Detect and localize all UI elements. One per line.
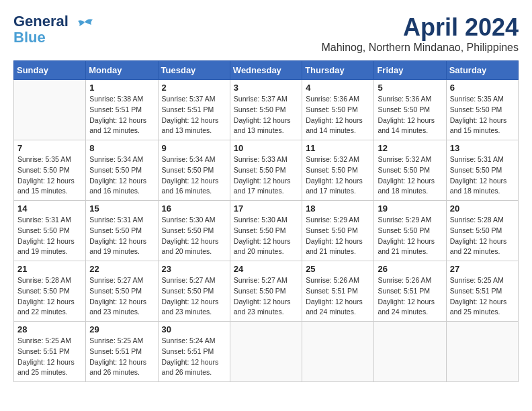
day-info: Sunrise: 5:26 AMSunset: 5:51 PMDaylight:…: [306, 275, 370, 318]
day-number: 3: [234, 83, 298, 93]
day-info: Sunrise: 5:27 AMSunset: 5:50 PMDaylight:…: [234, 275, 298, 318]
day-info: Sunrise: 5:34 AMSunset: 5:50 PMDaylight:…: [162, 154, 226, 197]
bird-icon: [73, 17, 97, 36]
calendar-cell: [446, 322, 518, 382]
calendar-cell: 20Sunrise: 5:28 AMSunset: 5:50 PMDayligh…: [446, 201, 518, 261]
week-row: 14Sunrise: 5:31 AMSunset: 5:50 PMDayligh…: [14, 201, 519, 261]
day-number: 11: [306, 143, 370, 153]
day-info: Sunrise: 5:25 AMSunset: 5:51 PMDaylight:…: [89, 336, 154, 378]
calendar-cell: 17Sunrise: 5:30 AMSunset: 5:50 PMDayligh…: [230, 201, 302, 261]
calendar-cell: 7Sunrise: 5:35 AMSunset: 5:50 PMDaylight…: [14, 140, 86, 201]
day-number: 23: [162, 264, 226, 274]
calendar-cell: [374, 322, 446, 382]
calendar-cell: [230, 322, 302, 382]
day-info: Sunrise: 5:37 AMSunset: 5:50 PMDaylight:…: [234, 94, 298, 136]
calendar-cell: 30Sunrise: 5:24 AMSunset: 5:51 PMDayligh…: [158, 322, 230, 382]
week-row: 7Sunrise: 5:35 AMSunset: 5:50 PMDaylight…: [14, 140, 519, 201]
day-number: 28: [17, 324, 82, 334]
calendar-cell: 18Sunrise: 5:29 AMSunset: 5:50 PMDayligh…: [302, 201, 374, 261]
day-info: Sunrise: 5:30 AMSunset: 5:50 PMDaylight:…: [234, 215, 298, 257]
day-header-friday: Friday: [374, 61, 446, 80]
calendar-cell: 19Sunrise: 5:29 AMSunset: 5:50 PMDayligh…: [374, 201, 446, 261]
day-info: Sunrise: 5:36 AMSunset: 5:50 PMDaylight:…: [378, 94, 442, 136]
day-number: 5: [378, 83, 442, 93]
day-info: Sunrise: 5:27 AMSunset: 5:50 PMDaylight:…: [89, 275, 154, 318]
page-header: General Blue April 2024 Mahinog, Norther…: [13, 13, 519, 54]
day-info: Sunrise: 5:36 AMSunset: 5:50 PMDaylight:…: [306, 94, 370, 136]
day-info: Sunrise: 5:38 AMSunset: 5:51 PMDaylight:…: [89, 94, 154, 136]
day-info: Sunrise: 5:31 AMSunset: 5:50 PMDaylight:…: [17, 215, 82, 257]
day-info: Sunrise: 5:31 AMSunset: 5:50 PMDaylight:…: [89, 215, 154, 257]
month-year-title: April 2024: [321, 13, 519, 42]
day-number: 29: [89, 324, 154, 334]
day-number: 19: [378, 203, 442, 214]
calendar-cell: 6Sunrise: 5:35 AMSunset: 5:50 PMDaylight…: [446, 80, 518, 140]
calendar-cell: 14Sunrise: 5:31 AMSunset: 5:50 PMDayligh…: [14, 201, 86, 261]
calendar-cell: 21Sunrise: 5:28 AMSunset: 5:50 PMDayligh…: [14, 261, 86, 322]
calendar-cell: 8Sunrise: 5:34 AMSunset: 5:50 PMDaylight…: [86, 140, 158, 201]
calendar-cell: 13Sunrise: 5:31 AMSunset: 5:50 PMDayligh…: [446, 140, 518, 201]
day-info: Sunrise: 5:27 AMSunset: 5:50 PMDaylight:…: [162, 275, 226, 318]
day-info: Sunrise: 5:33 AMSunset: 5:50 PMDaylight:…: [234, 154, 298, 197]
day-number: 8: [89, 143, 154, 153]
day-info: Sunrise: 5:24 AMSunset: 5:51 PMDaylight:…: [162, 336, 226, 378]
day-info: Sunrise: 5:35 AMSunset: 5:50 PMDaylight:…: [17, 154, 82, 197]
calendar-cell: 10Sunrise: 5:33 AMSunset: 5:50 PMDayligh…: [230, 140, 302, 201]
day-info: Sunrise: 5:26 AMSunset: 5:51 PMDaylight:…: [378, 275, 442, 318]
calendar-cell: 4Sunrise: 5:36 AMSunset: 5:50 PMDaylight…: [302, 80, 374, 140]
calendar-cell: 27Sunrise: 5:25 AMSunset: 5:51 PMDayligh…: [446, 261, 518, 322]
calendar-table: SundayMondayTuesdayWednesdayThursdayFrid…: [13, 60, 519, 382]
day-number: 6: [450, 83, 515, 93]
day-info: Sunrise: 5:25 AMSunset: 5:51 PMDaylight:…: [450, 275, 515, 318]
day-header-sunday: Sunday: [14, 61, 86, 80]
calendar-header: SundayMondayTuesdayWednesdayThursdayFrid…: [14, 61, 519, 80]
week-row: 1Sunrise: 5:38 AMSunset: 5:51 PMDaylight…: [14, 80, 519, 140]
calendar-cell: 9Sunrise: 5:34 AMSunset: 5:50 PMDaylight…: [158, 140, 230, 201]
calendar-cell: 16Sunrise: 5:30 AMSunset: 5:50 PMDayligh…: [158, 201, 230, 261]
day-number: 26: [378, 264, 442, 274]
day-info: Sunrise: 5:29 AMSunset: 5:50 PMDaylight:…: [378, 215, 442, 257]
calendar-cell: [14, 80, 86, 140]
calendar-cell: 22Sunrise: 5:27 AMSunset: 5:50 PMDayligh…: [86, 261, 158, 322]
day-number: 2: [162, 83, 226, 93]
title-section: April 2024 Mahinog, Northern Mindanao, P…: [321, 13, 519, 54]
calendar-cell: 24Sunrise: 5:27 AMSunset: 5:50 PMDayligh…: [230, 261, 302, 322]
day-info: Sunrise: 5:30 AMSunset: 5:50 PMDaylight:…: [162, 215, 226, 257]
day-info: Sunrise: 5:25 AMSunset: 5:51 PMDaylight:…: [17, 336, 82, 378]
day-number: 20: [450, 203, 515, 214]
day-number: 18: [306, 203, 370, 214]
day-number: 22: [89, 264, 154, 274]
location-subtitle: Mahinog, Northern Mindanao, Philippines: [321, 42, 519, 54]
calendar-cell: 11Sunrise: 5:32 AMSunset: 5:50 PMDayligh…: [302, 140, 374, 201]
day-header-wednesday: Wednesday: [230, 61, 302, 80]
calendar-cell: 12Sunrise: 5:32 AMSunset: 5:50 PMDayligh…: [374, 140, 446, 201]
day-info: Sunrise: 5:37 AMSunset: 5:51 PMDaylight:…: [162, 94, 226, 136]
day-info: Sunrise: 5:35 AMSunset: 5:50 PMDaylight:…: [450, 94, 515, 136]
day-number: 4: [306, 83, 370, 93]
day-number: 30: [162, 324, 226, 334]
day-number: 9: [162, 143, 226, 153]
day-number: 13: [450, 143, 515, 153]
calendar-cell: [302, 322, 374, 382]
logo: General Blue: [13, 13, 97, 46]
calendar-cell: 25Sunrise: 5:26 AMSunset: 5:51 PMDayligh…: [302, 261, 374, 322]
day-number: 25: [306, 264, 370, 274]
calendar-cell: 15Sunrise: 5:31 AMSunset: 5:50 PMDayligh…: [86, 201, 158, 261]
day-info: Sunrise: 5:28 AMSunset: 5:50 PMDaylight:…: [17, 275, 82, 318]
day-number: 16: [162, 203, 226, 214]
day-header-thursday: Thursday: [302, 61, 374, 80]
day-number: 12: [378, 143, 442, 153]
day-number: 24: [234, 264, 298, 274]
day-number: 15: [89, 203, 154, 214]
day-header-monday: Monday: [86, 61, 158, 80]
calendar-cell: 29Sunrise: 5:25 AMSunset: 5:51 PMDayligh…: [86, 322, 158, 382]
day-info: Sunrise: 5:34 AMSunset: 5:50 PMDaylight:…: [89, 154, 154, 197]
day-info: Sunrise: 5:28 AMSunset: 5:50 PMDaylight:…: [450, 215, 515, 257]
week-row: 21Sunrise: 5:28 AMSunset: 5:50 PMDayligh…: [14, 261, 519, 322]
day-number: 10: [234, 143, 298, 153]
calendar-cell: 28Sunrise: 5:25 AMSunset: 5:51 PMDayligh…: [14, 322, 86, 382]
day-number: 27: [450, 264, 515, 274]
calendar-cell: 26Sunrise: 5:26 AMSunset: 5:51 PMDayligh…: [374, 261, 446, 322]
calendar-cell: 5Sunrise: 5:36 AMSunset: 5:50 PMDaylight…: [374, 80, 446, 140]
calendar-cell: 2Sunrise: 5:37 AMSunset: 5:51 PMDaylight…: [158, 80, 230, 140]
